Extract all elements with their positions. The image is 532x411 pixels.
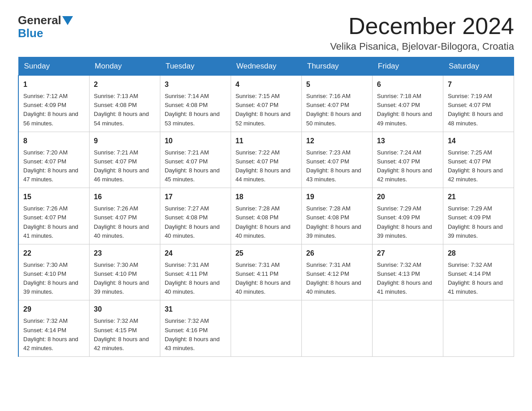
weekday-header-thursday: Thursday — [301, 57, 372, 76]
calendar-cell — [443, 300, 514, 357]
day-info: Sunrise: 7:27 AMSunset: 4:08 PMDaylight:… — [165, 205, 220, 239]
calendar-cell: 19 Sunrise: 7:28 AMSunset: 4:08 PMDaylig… — [301, 188, 372, 244]
day-info: Sunrise: 7:31 AMSunset: 4:11 PMDaylight:… — [165, 261, 220, 295]
calendar-cell: 22 Sunrise: 7:30 AMSunset: 4:10 PMDaylig… — [18, 244, 89, 300]
calendar-cell: 9 Sunrise: 7:21 AMSunset: 4:07 PMDayligh… — [89, 132, 160, 188]
calendar-table: SundayMondayTuesdayWednesdayThursdayFrid… — [18, 57, 514, 357]
day-number: 4 — [236, 79, 297, 90]
logo: General Blue — [18, 13, 74, 40]
calendar-cell: 25 Sunrise: 7:31 AMSunset: 4:11 PMDaylig… — [231, 244, 301, 300]
title-block: December 2024 Velika Pisanica, Bjelovar-… — [330, 13, 514, 52]
day-info: Sunrise: 7:14 AMSunset: 4:08 PMDaylight:… — [165, 93, 220, 126]
calendar-week-2: 8 Sunrise: 7:20 AMSunset: 4:07 PMDayligh… — [18, 132, 514, 188]
calendar-cell: 10 Sunrise: 7:21 AMSunset: 4:07 PMDaylig… — [160, 132, 231, 188]
day-number: 14 — [448, 136, 509, 146]
day-number: 30 — [94, 304, 155, 315]
day-number: 29 — [23, 304, 85, 315]
day-info: Sunrise: 7:32 AMSunset: 4:14 PMDaylight:… — [23, 317, 78, 351]
logo-blue-text: Blue — [18, 26, 43, 40]
calendar-cell: 20 Sunrise: 7:29 AMSunset: 4:09 PMDaylig… — [372, 188, 443, 244]
day-number: 23 — [94, 248, 155, 259]
weekday-header-wednesday: Wednesday — [231, 57, 301, 76]
calendar-cell: 7 Sunrise: 7:19 AMSunset: 4:07 PMDayligh… — [443, 76, 514, 132]
location-subtitle: Velika Pisanica, Bjelovar-Bilogora, Croa… — [330, 41, 514, 52]
day-number: 8 — [23, 136, 85, 146]
day-number: 20 — [377, 192, 438, 202]
calendar-cell: 29 Sunrise: 7:32 AMSunset: 4:14 PMDaylig… — [18, 300, 89, 357]
day-number: 19 — [306, 192, 368, 202]
day-number: 12 — [306, 136, 368, 146]
logo-general-text: General — [18, 13, 61, 27]
day-info: Sunrise: 7:30 AMSunset: 4:10 PMDaylight:… — [94, 261, 149, 295]
day-info: Sunrise: 7:32 AMSunset: 4:13 PMDaylight:… — [377, 261, 432, 295]
weekday-header-tuesday: Tuesday — [160, 57, 231, 76]
calendar-cell: 28 Sunrise: 7:32 AMSunset: 4:14 PMDaylig… — [443, 244, 514, 300]
day-info: Sunrise: 7:29 AMSunset: 4:09 PMDaylight:… — [377, 205, 432, 239]
day-number: 28 — [448, 248, 509, 259]
day-number: 5 — [306, 79, 368, 90]
calendar-week-1: 1 Sunrise: 7:12 AMSunset: 4:09 PMDayligh… — [18, 76, 514, 132]
day-info: Sunrise: 7:23 AMSunset: 4:07 PMDaylight:… — [306, 149, 361, 183]
day-number: 16 — [94, 192, 155, 202]
calendar-cell: 2 Sunrise: 7:13 AMSunset: 4:08 PMDayligh… — [89, 76, 160, 132]
day-number: 2 — [94, 79, 155, 90]
day-info: Sunrise: 7:32 AMSunset: 4:14 PMDaylight:… — [448, 261, 503, 295]
day-info: Sunrise: 7:26 AMSunset: 4:07 PMDaylight:… — [23, 205, 78, 239]
calendar-cell: 31 Sunrise: 7:32 AMSunset: 4:16 PMDaylig… — [160, 300, 231, 357]
day-info: Sunrise: 7:30 AMSunset: 4:10 PMDaylight:… — [23, 261, 78, 295]
weekday-header-saturday: Saturday — [443, 57, 514, 76]
calendar-cell: 5 Sunrise: 7:16 AMSunset: 4:07 PMDayligh… — [301, 76, 372, 132]
day-number: 3 — [165, 79, 226, 90]
page-header: General Blue December 2024 Velika Pisani… — [18, 13, 514, 52]
day-info: Sunrise: 7:16 AMSunset: 4:07 PMDaylight:… — [306, 93, 361, 126]
day-info: Sunrise: 7:25 AMSunset: 4:07 PMDaylight:… — [448, 149, 503, 183]
calendar-cell — [231, 300, 301, 357]
day-number: 10 — [165, 136, 226, 146]
calendar-cell: 4 Sunrise: 7:15 AMSunset: 4:07 PMDayligh… — [231, 76, 301, 132]
calendar-cell: 8 Sunrise: 7:20 AMSunset: 4:07 PMDayligh… — [18, 132, 89, 188]
day-number: 1 — [23, 79, 85, 90]
calendar-cell: 30 Sunrise: 7:32 AMSunset: 4:15 PMDaylig… — [89, 300, 160, 357]
calendar-cell: 18 Sunrise: 7:28 AMSunset: 4:08 PMDaylig… — [231, 188, 301, 244]
calendar-cell: 26 Sunrise: 7:31 AMSunset: 4:12 PMDaylig… — [301, 244, 372, 300]
day-number: 17 — [165, 192, 226, 202]
month-title: December 2024 — [330, 13, 514, 39]
day-number: 7 — [448, 79, 509, 90]
calendar-cell: 11 Sunrise: 7:22 AMSunset: 4:07 PMDaylig… — [231, 132, 301, 188]
calendar-cell: 21 Sunrise: 7:29 AMSunset: 4:09 PMDaylig… — [443, 188, 514, 244]
logo-triangle-icon — [62, 16, 73, 25]
day-number: 6 — [377, 79, 438, 90]
day-info: Sunrise: 7:18 AMSunset: 4:07 PMDaylight:… — [377, 93, 432, 126]
day-info: Sunrise: 7:12 AMSunset: 4:09 PMDaylight:… — [23, 93, 78, 126]
day-number: 31 — [165, 304, 226, 315]
day-number: 15 — [23, 192, 85, 202]
day-info: Sunrise: 7:21 AMSunset: 4:07 PMDaylight:… — [94, 149, 149, 183]
day-info: Sunrise: 7:15 AMSunset: 4:07 PMDaylight:… — [236, 93, 291, 126]
calendar-cell: 3 Sunrise: 7:14 AMSunset: 4:08 PMDayligh… — [160, 76, 231, 132]
day-number: 24 — [165, 248, 226, 259]
day-info: Sunrise: 7:31 AMSunset: 4:11 PMDaylight:… — [236, 261, 291, 295]
weekday-header-friday: Friday — [372, 57, 443, 76]
calendar-week-4: 22 Sunrise: 7:30 AMSunset: 4:10 PMDaylig… — [18, 244, 514, 300]
day-number: 26 — [306, 248, 368, 259]
day-number: 13 — [377, 136, 438, 146]
calendar-cell: 24 Sunrise: 7:31 AMSunset: 4:11 PMDaylig… — [160, 244, 231, 300]
day-number: 9 — [94, 136, 155, 146]
weekday-header-sunday: Sunday — [18, 57, 89, 76]
day-info: Sunrise: 7:24 AMSunset: 4:07 PMDaylight:… — [377, 149, 432, 183]
day-info: Sunrise: 7:19 AMSunset: 4:07 PMDaylight:… — [448, 93, 503, 126]
calendar-cell: 17 Sunrise: 7:27 AMSunset: 4:08 PMDaylig… — [160, 188, 231, 244]
calendar-cell: 15 Sunrise: 7:26 AMSunset: 4:07 PMDaylig… — [18, 188, 89, 244]
calendar-cell: 13 Sunrise: 7:24 AMSunset: 4:07 PMDaylig… — [372, 132, 443, 188]
day-number: 27 — [377, 248, 438, 259]
calendar-cell: 1 Sunrise: 7:12 AMSunset: 4:09 PMDayligh… — [18, 76, 89, 132]
day-number: 25 — [236, 248, 297, 259]
day-info: Sunrise: 7:22 AMSunset: 4:07 PMDaylight:… — [236, 149, 291, 183]
day-number: 18 — [236, 192, 297, 202]
weekday-header-row: SundayMondayTuesdayWednesdayThursdayFrid… — [18, 57, 514, 76]
day-info: Sunrise: 7:26 AMSunset: 4:07 PMDaylight:… — [94, 205, 149, 239]
day-info: Sunrise: 7:31 AMSunset: 4:12 PMDaylight:… — [306, 261, 361, 295]
calendar-cell: 16 Sunrise: 7:26 AMSunset: 4:07 PMDaylig… — [89, 188, 160, 244]
day-info: Sunrise: 7:32 AMSunset: 4:16 PMDaylight:… — [165, 317, 220, 351]
calendar-cell: 14 Sunrise: 7:25 AMSunset: 4:07 PMDaylig… — [443, 132, 514, 188]
